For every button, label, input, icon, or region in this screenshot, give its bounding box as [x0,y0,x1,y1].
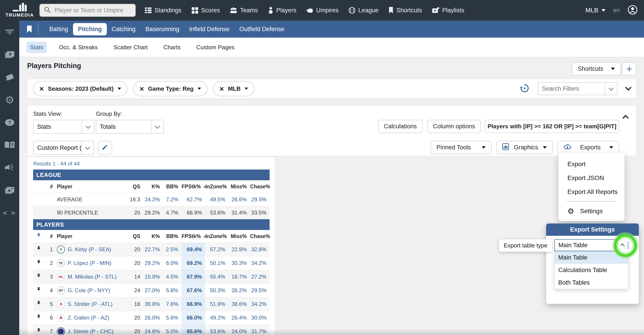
filter-chip-mlb[interactable]: × MLB [213,81,254,96]
graphics-button[interactable]: Graphics [496,141,553,154]
edit-report-button[interactable] [98,141,112,155]
subtab-scatter-chart[interactable]: Scatter Chart [110,42,151,53]
export-table-type-option[interactable]: Both Tables [555,276,628,289]
announcements-icon[interactable] [0,156,19,179]
exports-button[interactable]: Exports [558,141,619,154]
menu-item-export-json[interactable]: Export JSON [558,171,624,185]
search-filters-input[interactable]: Search Filters [538,82,618,95]
export-table-type-option[interactable]: Main Table [555,251,628,264]
region-selector[interactable]: MLB [585,7,606,14]
collapse-controls-chevron[interactable] [624,114,628,121]
player-link[interactable]: S. Strider (P - ATL) [68,301,113,307]
export-table-type-option[interactable]: Calculations Table [555,264,628,276]
menu-item-export[interactable]: Export [558,157,624,171]
close-icon[interactable]: × [140,85,144,92]
video-playlists-icon[interactable] [0,43,19,66]
player-link[interactable]: J. Steele (P - CHC) [68,328,114,334]
collapse-filters-chevron[interactable] [626,87,630,91]
pin-button[interactable] [33,243,44,256]
player-link[interactable]: M. Mikolas (P - STL) [68,274,116,280]
plus-icon: + [626,63,632,74]
bookmark-icon[interactable] [26,25,32,33]
tab-catching[interactable]: Catching [107,23,140,36]
pin-button[interactable] [33,284,44,298]
chevron-down-icon[interactable] [604,83,617,95]
gear-icon[interactable]: ⚙ [0,88,19,111]
tab-infield-defense[interactable]: Infield Defense [184,23,234,36]
avatar-icon[interactable] [628,5,638,16]
glossary-book-icon[interactable] [0,134,19,156]
nav-item-league[interactable]: League [348,7,378,14]
tab-outfield-defense[interactable]: Outfield Defense [234,23,289,36]
media-gallery-icon[interactable] [0,179,19,202]
help-icon[interactable]: ? [0,111,19,134]
chevron-up-icon[interactable] [616,240,628,251]
stat-value: 38.6% [228,298,250,311]
filters-panel: × Seasons: 2023 (Default) × Game Type: R… [27,79,636,98]
tab-pitching[interactable]: Pitching [73,23,107,36]
code-icon[interactable]: < > [0,202,19,224]
calculations-button[interactable]: Calculations [378,120,422,133]
close-icon[interactable]: × [220,85,224,92]
nav-item-scores[interactable]: Scores [191,7,220,14]
tab-baserunning[interactable]: Baserunning [140,23,184,36]
stat-value: 66.9% [182,206,205,220]
shortcuts-button[interactable]: Shortcuts [572,62,621,76]
filter-chip-label: MLB [228,85,240,92]
sorted-column-header[interactable]: FPStk% [182,180,205,193]
menu-item-settings[interactable]: ⚙ Settings [558,204,624,218]
stat-value: 26.6% [228,193,250,206]
add-shortcut-button[interactable]: + [622,62,636,76]
global-search-input[interactable] [54,7,131,14]
umpires-icon [306,7,314,14]
nav-item-standings[interactable]: Standings [145,7,182,14]
trumedia-logo[interactable]: TRUMEDIA [0,3,40,18]
filter-lines-icon[interactable] [0,20,19,43]
results-count-link[interactable]: Results 1 - 44 of 44 [33,159,80,170]
filter-chip-seasons[interactable]: × Seasons: 2023 (Default) [33,81,128,96]
player-link[interactable]: G. Cole (P - NYY) [68,287,110,294]
language-label[interactable]: en [613,7,620,14]
pin-button[interactable] [33,311,44,325]
custom-report-select[interactable]: Custom Report (me) [33,141,94,155]
subtab-occ-streaks[interactable]: Occ. & Streaks [55,42,101,53]
caret-down-icon [611,68,615,70]
subtab-charts[interactable]: Charts [160,42,184,53]
filter-chip-game-type[interactable]: × Game Type: Reg [133,81,207,96]
history-icon[interactable] [520,84,529,94]
shortcuts-button-label: Shortcuts [578,66,603,72]
stats-table-card: Results 1 - 44 of 44 LEAGUE # Player QS … [27,157,275,335]
pin-button[interactable] [33,256,44,270]
player-filter-expression-button[interactable]: Players with [IP] >= 162 OR [IP] >= team… [485,120,619,133]
player-link[interactable]: P. López (P - MIN) [68,260,111,266]
pin-button[interactable] [33,298,44,311]
stat-value: 26.2% [228,284,250,298]
player-link[interactable]: G. Kirby (P - SEA) [68,246,111,252]
nav-item-umpires[interactable]: Umpires [306,7,339,14]
nav-item-playlists[interactable]: Playlists [432,7,464,14]
field-board-icon[interactable] [0,66,19,88]
subtab-stats[interactable]: Stats [26,42,47,53]
trumedia-logo-icon [13,3,27,12]
subtab-custom-pages[interactable]: Custom Pages [192,42,238,53]
group-by-select[interactable]: Totals [96,120,164,134]
caret-down-icon [543,146,547,149]
stat-value: 7.6% [163,298,182,311]
sorted-column-header[interactable]: FPStk% [182,230,205,243]
nav-item-players[interactable]: Players [268,7,296,14]
pin-column-header[interactable] [33,230,44,243]
tab-batting[interactable]: Batting [44,23,73,36]
player-link[interactable]: Z. Gallen (P - AZ) [68,314,109,321]
stats-view-select[interactable]: Stats [33,120,94,134]
menu-item-export-all-reports[interactable]: Export All Reports [558,185,624,199]
close-icon[interactable]: × [40,85,44,92]
nav-item-shortcuts[interactable]: Shortcuts [388,7,422,14]
pinned-tools-button[interactable]: Pinned Tools [430,141,492,154]
stat-value: 69.4% [182,243,205,256]
pin-button[interactable] [33,270,44,284]
pin-button[interactable] [33,325,44,335]
global-search[interactable] [40,4,136,17]
nav-item-teams[interactable]: Teams [230,7,258,14]
export-table-type-select[interactable]: Main Table [554,239,628,251]
column-options-button[interactable]: Column options [427,120,481,133]
